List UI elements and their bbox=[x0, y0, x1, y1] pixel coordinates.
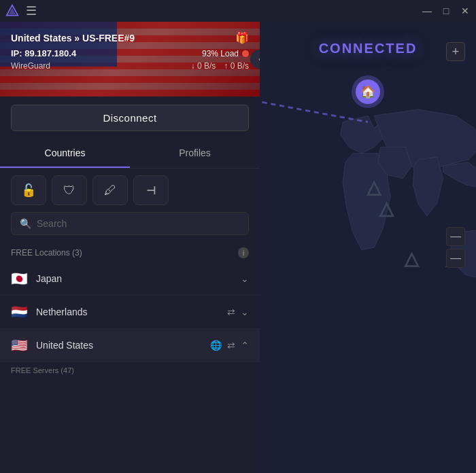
load-indicator: 93% Load bbox=[202, 49, 249, 58]
maximize-button[interactable]: □ bbox=[441, 5, 452, 16]
free-locations-title: FREE Locations (3) bbox=[11, 248, 82, 258]
filter-row: 🔓 🛡 🖊 ⊣ bbox=[0, 169, 260, 212]
location-list: FREE Locations (3) i 🇯🇵 Japan ⌄ 🇳🇱 Nethe… bbox=[0, 242, 260, 473]
upload-speed: ↑ 0 B/s bbox=[224, 61, 249, 71]
title-bar-controls: — □ ✕ bbox=[422, 5, 471, 16]
country-item-japan[interactable]: 🇯🇵 Japan ⌄ bbox=[0, 262, 260, 296]
disconnect-section: Disconnect bbox=[0, 97, 260, 139]
search-box: 🔍 bbox=[11, 212, 249, 235]
download-speed: ↓ 0 B/s bbox=[191, 61, 216, 71]
home-location-pin[interactable]: 🏠 bbox=[356, 80, 380, 104]
map-zoom-in-button[interactable]: + bbox=[446, 42, 465, 61]
map-container: CONNECTED 🏠 + — — bbox=[260, 22, 476, 473]
title-bar: ☰ — □ ✕ bbox=[0, 0, 476, 22]
speed-indicators: ↓ 0 B/s ↑ 0 B/s bbox=[191, 61, 249, 71]
lock-icon: 🔓 bbox=[21, 183, 36, 198]
search-container: 🔍 bbox=[0, 212, 260, 242]
map-minus-bottom-button[interactable]: — bbox=[446, 249, 465, 268]
connection-info: United States » US-FREE#9 🎁 IP: 89.187.1… bbox=[11, 31, 249, 71]
us-chevron-up-icon[interactable]: ⌄ bbox=[241, 340, 249, 351]
search-icon: 🔍 bbox=[20, 218, 31, 229]
load-text: 93% Load bbox=[202, 49, 239, 58]
japan-name: Japan bbox=[36, 273, 241, 284]
filter-edit-button[interactable]: 🖊 bbox=[92, 175, 128, 205]
tab-bar: Countries Profiles bbox=[0, 139, 260, 169]
japan-flag: 🇯🇵 bbox=[11, 270, 28, 287]
netherlands-chevron-icon[interactable]: ⌄ bbox=[241, 306, 249, 317]
left-panel: ‹ United States » US-FREE#9 🎁 IP: 89.187… bbox=[0, 22, 260, 473]
map-minus-top-button[interactable]: — bbox=[446, 227, 465, 246]
connected-status-label: CONNECTED bbox=[319, 41, 418, 56]
netherlands-name: Netherlands bbox=[36, 306, 227, 317]
disconnect-button[interactable]: Disconnect bbox=[11, 105, 249, 131]
us-flag: 🇺🇸 bbox=[11, 337, 28, 353]
filter-skip-button[interactable]: ⊣ bbox=[133, 175, 169, 205]
title-bar-left: ☰ bbox=[5, 3, 37, 18]
japan-actions: ⌄ bbox=[241, 273, 249, 284]
filter-shield-button[interactable]: 🛡 bbox=[52, 175, 87, 205]
netherlands-flag: 🇳🇱 bbox=[11, 304, 28, 320]
server-name: United States » US-FREE#9 bbox=[11, 33, 135, 43]
info-icon[interactable]: i bbox=[238, 247, 249, 258]
gift-icon[interactable]: 🎁 bbox=[235, 31, 249, 44]
shield-icon: 🛡 bbox=[63, 183, 75, 198]
connection-title-row: United States » US-FREE#9 🎁 bbox=[11, 31, 249, 44]
us-name: United States bbox=[36, 340, 210, 351]
close-button[interactable]: ✕ bbox=[460, 5, 471, 16]
country-item-netherlands[interactable]: 🇳🇱 Netherlands ⇄ ⌄ bbox=[0, 296, 260, 329]
free-servers-label: FREE Servers (47) bbox=[0, 362, 260, 379]
main-area: ‹ United States » US-FREE#9 🎁 IP: 89.187… bbox=[0, 22, 476, 473]
right-panel: CONNECTED 🏠 + — — bbox=[260, 22, 476, 473]
netherlands-refresh-icon[interactable]: ⇄ bbox=[227, 306, 235, 317]
map-controls: — — bbox=[446, 227, 465, 268]
menu-icon[interactable]: ☰ bbox=[26, 3, 37, 18]
filter-lock-button[interactable]: 🔓 bbox=[11, 175, 46, 205]
us-actions: 🌐 ⇄ ⌄ bbox=[210, 340, 249, 351]
app-logo bbox=[5, 4, 19, 18]
tab-countries[interactable]: Countries bbox=[0, 139, 130, 168]
netherlands-actions: ⇄ ⌄ bbox=[227, 306, 249, 317]
ip-address: IP: 89.187.180.4 bbox=[11, 48, 76, 58]
protocol-label: WireGuard bbox=[11, 61, 50, 71]
ip-load-row: IP: 89.187.180.4 93% Load bbox=[11, 48, 249, 58]
tab-profiles[interactable]: Profiles bbox=[130, 139, 260, 168]
free-locations-header: FREE Locations (3) i bbox=[0, 242, 260, 262]
us-refresh-icon[interactable]: ⇄ bbox=[227, 340, 235, 351]
country-item-united-states[interactable]: 🇺🇸 United States 🌐 ⇄ ⌄ bbox=[0, 329, 260, 362]
edit-icon: 🖊 bbox=[104, 183, 116, 198]
japan-chevron-icon[interactable]: ⌄ bbox=[241, 273, 249, 284]
minimize-button[interactable]: — bbox=[422, 5, 432, 16]
search-input[interactable] bbox=[37, 218, 240, 229]
us-globe-icon[interactable]: 🌐 bbox=[210, 340, 222, 351]
connection-header: ‹ United States » US-FREE#9 🎁 IP: 89.187… bbox=[0, 22, 260, 97]
protocol-speed-row: WireGuard ↓ 0 B/s ↑ 0 B/s bbox=[11, 61, 249, 71]
load-dot bbox=[242, 50, 249, 57]
skip-icon: ⊣ bbox=[146, 184, 156, 197]
